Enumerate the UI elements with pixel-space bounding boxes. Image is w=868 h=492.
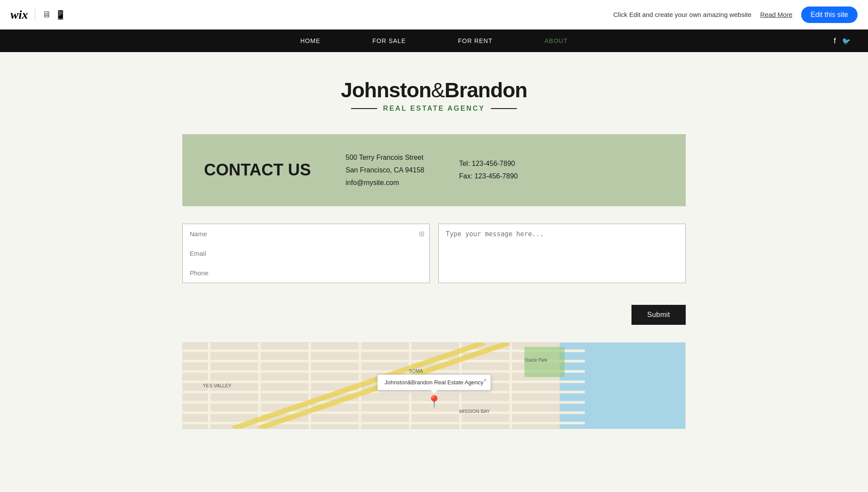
svg-rect-11 bbox=[258, 343, 261, 429]
name-input[interactable] bbox=[182, 224, 430, 244]
site-title-main: Johnston&Brandon bbox=[182, 78, 686, 102]
device-icons: 🖥 📱 bbox=[42, 10, 66, 20]
svg-rect-7 bbox=[183, 401, 585, 404]
nav-items: HOME FOR SALE FOR RENT ABOUT bbox=[300, 37, 568, 44]
contact-address: 500 Terry Francois Street San Francisco,… bbox=[345, 152, 424, 189]
svg-text:MISSION BAY: MISSION BAY bbox=[459, 409, 490, 414]
svg-text:SOMA: SOMA bbox=[409, 369, 423, 374]
desktop-icon[interactable]: 🖥 bbox=[42, 10, 51, 20]
map-pin: 📍 bbox=[427, 396, 442, 408]
email-input[interactable] bbox=[182, 244, 430, 263]
top-bar: wix 🖥 📱 Click Edit and create your own a… bbox=[0, 0, 868, 30]
svg-text:YES VALLEY: YES VALLEY bbox=[203, 383, 231, 388]
title-part2: Brandon bbox=[444, 79, 527, 102]
contact-email: info@mysite.com bbox=[345, 177, 424, 189]
contact-heading: CONTACT US bbox=[204, 161, 311, 179]
name-input-wrapper: ⊞ bbox=[182, 224, 430, 244]
title-line-left bbox=[351, 108, 377, 109]
map-popup-close[interactable]: × bbox=[483, 376, 487, 383]
svg-rect-6 bbox=[183, 391, 585, 393]
svg-rect-8 bbox=[183, 412, 585, 414]
message-textarea[interactable] bbox=[438, 224, 686, 283]
nav-bar: HOME FOR SALE FOR RENT ABOUT f 🐦 bbox=[0, 30, 868, 52]
title-part1: Johnston bbox=[341, 79, 431, 102]
submit-button[interactable]: Submit bbox=[631, 305, 686, 325]
title-ampersand: & bbox=[431, 79, 444, 102]
nav-social: f 🐦 bbox=[834, 36, 851, 46]
phone-input[interactable] bbox=[182, 263, 430, 283]
site-subtitle: Real Estate Agency bbox=[383, 105, 485, 112]
nav-item-forrent[interactable]: FOR RENT bbox=[458, 37, 493, 44]
divider bbox=[35, 9, 35, 21]
nav-item-home[interactable]: HOME bbox=[300, 37, 320, 44]
address-line1: 500 Terry Francois Street bbox=[345, 152, 424, 164]
map-container: YES VALLEY SOMA MISSION BAY Oracle Park … bbox=[182, 342, 686, 429]
promo-text: Click Edit and create your own amazing w… bbox=[613, 11, 752, 18]
form-section: ⊞ bbox=[182, 224, 686, 283]
site-title-sub-wrapper: Real Estate Agency bbox=[182, 105, 686, 112]
name-input-icon: ⊞ bbox=[419, 230, 424, 238]
mobile-icon[interactable]: 📱 bbox=[55, 10, 66, 20]
facebook-icon[interactable]: f bbox=[834, 36, 836, 46]
read-more-link[interactable]: Read More bbox=[760, 11, 792, 18]
site-title-section: Johnston&Brandon Real Estate Agency bbox=[182, 78, 686, 112]
svg-text:Oracle Park: Oracle Park bbox=[524, 358, 548, 363]
top-bar-right: Click Edit and create your own amazing w… bbox=[613, 7, 858, 23]
svg-rect-12 bbox=[309, 343, 311, 429]
nav-inner: HOME FOR SALE FOR RENT ABOUT f 🐦 bbox=[0, 37, 868, 44]
twitter-icon[interactable]: 🐦 bbox=[842, 37, 851, 45]
form-right bbox=[438, 224, 686, 283]
main-content: Johnston&Brandon Real Estate Agency CONT… bbox=[174, 52, 694, 325]
contact-phone: Tel: 123-456-7890 Fax: 123-456-7890 bbox=[459, 158, 518, 183]
form-left: ⊞ bbox=[182, 224, 430, 283]
nav-item-about[interactable]: ABOUT bbox=[545, 37, 568, 44]
title-line-right bbox=[491, 108, 517, 109]
wix-logo[interactable]: wix bbox=[10, 8, 28, 22]
map-popup-label: Johnston&Brandon Real Estate Agency bbox=[385, 379, 483, 386]
submit-row: Submit bbox=[182, 305, 686, 325]
contact-tel: Tel: 123-456-7890 bbox=[459, 158, 518, 170]
map-popup: × Johnston&Brandon Real Estate Agency bbox=[377, 374, 491, 390]
svg-rect-1 bbox=[560, 343, 686, 429]
contact-banner: CONTACT US 500 Terry Francois Street San… bbox=[182, 134, 686, 206]
address-line2: San Francisco, CA 94158 bbox=[345, 164, 424, 177]
top-bar-left: wix 🖥 📱 bbox=[10, 8, 66, 22]
svg-rect-16 bbox=[510, 343, 512, 429]
edit-site-button[interactable]: Edit this site bbox=[801, 7, 858, 23]
map-section-wrapper: YES VALLEY SOMA MISSION BAY Oracle Park … bbox=[174, 342, 694, 429]
nav-item-forsale[interactable]: FOR SALE bbox=[372, 37, 406, 44]
contact-fax: Fax: 123-456-7890 bbox=[459, 170, 518, 183]
